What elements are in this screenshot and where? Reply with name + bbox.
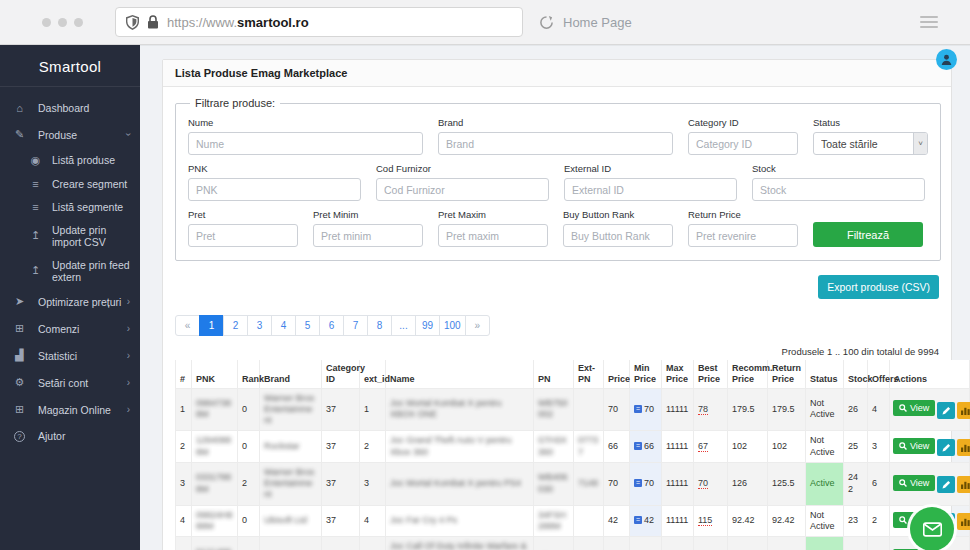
sidebar-item-optimizare-pre-uri[interactable]: ➤Optimizare prețuri› <box>0 288 140 315</box>
view-button[interactable]: View <box>893 475 935 491</box>
column-header-stock[interactable]: Stock <box>844 360 868 388</box>
return-price-input[interactable] <box>688 224 798 247</box>
column-header-rank[interactable]: Rank <box>238 360 260 388</box>
category-id-input[interactable] <box>688 132 798 155</box>
column-header-return-price[interactable]: Return Price <box>768 360 806 388</box>
view-button[interactable]: View <box>893 438 935 454</box>
column-header-actions[interactable]: Actions <box>890 360 970 388</box>
address-bar[interactable]: https://www.smartool.ro <box>115 7 523 37</box>
status-select[interactable]: Toate stările <box>813 132 928 155</box>
menu-icon[interactable] <box>920 16 938 28</box>
page-100[interactable]: 100 <box>439 315 466 336</box>
column-header-pnk[interactable]: PNK <box>192 360 238 388</box>
chart-icon[interactable] <box>957 439 970 456</box>
column-header-min-price[interactable]: Min Price <box>630 360 662 388</box>
cell-min-price: =70 <box>630 462 662 505</box>
redacted-text: Ubisoft Ltd <box>264 515 307 525</box>
edit-min-price-icon[interactable]: = <box>634 516 642 524</box>
brand[interactable]: Smartool <box>0 45 140 87</box>
best-price-link[interactable]: 115 <box>698 515 712 526</box>
sidebar-item-creare-segment[interactable]: ≡Creare segment <box>0 172 140 195</box>
pnk-input[interactable] <box>188 178 361 201</box>
cell-stock: 242 <box>844 462 868 505</box>
best-price-link[interactable]: 70 <box>698 478 708 489</box>
page-prev[interactable]: « <box>175 315 200 336</box>
column-header-category-id[interactable]: Category ID <box>322 360 360 388</box>
column-header-pn[interactable]: PN <box>534 360 574 388</box>
buy-button-rank-input[interactable] <box>563 224 673 247</box>
cell-stock: 25 <box>844 431 868 463</box>
home-page-label[interactable]: Home Page <box>563 15 632 30</box>
pret-input[interactable] <box>188 224 298 247</box>
cell-best-price: 70 <box>694 462 728 505</box>
sidebar-item-list-produse[interactable]: ◉Listă produse <box>0 148 140 172</box>
cell-best-price: 50 <box>694 537 728 550</box>
brand-input[interactable] <box>438 132 673 155</box>
sidebar-item-produse[interactable]: ✎Produse› <box>0 121 140 148</box>
page-99[interactable]: 99 <box>415 315 440 336</box>
chart-icon[interactable] <box>957 402 970 419</box>
refresh-icon[interactable] <box>539 15 554 30</box>
column-header-name[interactable]: Name <box>386 360 534 388</box>
sidebar-item-update-prin-feed-extern[interactable]: ↥Update prin feed extern <box>0 253 140 288</box>
column-header-[interactable]: # <box>176 360 192 388</box>
chevron-right-icon: › <box>127 350 130 361</box>
edit-min-price-icon[interactable]: = <box>634 405 642 413</box>
nume-input[interactable] <box>188 132 423 155</box>
edit-icon[interactable] <box>937 439 955 456</box>
edit-icon[interactable] <box>937 476 955 493</box>
filter-button[interactable]: Filtrează <box>813 222 923 247</box>
sidebar-item-update-prin-import-csv[interactable]: ↥Update prin import CSV <box>0 218 140 253</box>
list-icon: ≡ <box>28 201 43 213</box>
chart-icon[interactable] <box>957 513 970 530</box>
cart-icon: ⊞ <box>12 322 27 335</box>
sidebar-item-ajutor[interactable]: ?Ajutor <box>0 423 140 449</box>
stock-input[interactable] <box>752 178 925 201</box>
export-csv-button[interactable]: Export produse (CSV) <box>818 275 939 299</box>
redacted-text: 09847388M <box>196 398 231 419</box>
pret-minim-input[interactable] <box>313 224 423 247</box>
redacted-text: Joc Far Cry 4 Ps <box>390 515 457 525</box>
edit-min-price-icon[interactable]: = <box>634 442 642 450</box>
page-2[interactable]: 2 <box>223 315 248 336</box>
sidebar-item-dashboard[interactable]: ⌂Dashboard <box>0 95 140 121</box>
column-header-best-price[interactable]: Best Price <box>694 360 728 388</box>
user-avatar[interactable] <box>936 49 957 70</box>
cod-furnizor-input[interactable] <box>376 178 549 201</box>
page-6[interactable]: 6 <box>319 315 344 336</box>
redacted-text: Joc Grand Theft Auto V pentru Xbox 360 <box>390 435 511 456</box>
chart-icon[interactable] <box>957 476 970 493</box>
chat-button[interactable] <box>910 507 954 550</box>
cell-rank: 0 <box>238 388 260 431</box>
best-price-link[interactable]: 67 <box>698 441 708 452</box>
page-8[interactable]: 8 <box>367 315 392 336</box>
sidebar-item-comenzi[interactable]: ⊞Comenzi› <box>0 315 140 342</box>
column-header-max-price[interactable]: Max Price <box>662 360 694 388</box>
column-header-recomm-price[interactable]: Recomm. Price <box>728 360 768 388</box>
edit-min-price-icon[interactable]: = <box>634 479 642 487</box>
sidebar-item-statistici[interactable]: ▟Statistici› <box>0 342 140 369</box>
best-price-link[interactable]: 78 <box>698 404 708 415</box>
edit-icon[interactable] <box>937 402 955 419</box>
cell-rank: 0 <box>238 431 260 463</box>
chevron-down-icon: › <box>123 133 134 136</box>
external-id-input[interactable] <box>564 178 737 201</box>
sidebar-item-list-segmente[interactable]: ≡Listă segmente <box>0 195 140 218</box>
page-7[interactable]: 7 <box>343 315 368 336</box>
column-header-status[interactable]: Status <box>806 360 844 388</box>
cell-brand: Ubisoft Ltd <box>260 505 322 537</box>
view-button[interactable]: View <box>893 400 935 416</box>
column-header-brand[interactable]: Brand <box>260 360 322 388</box>
page-3[interactable]: 3 <box>247 315 272 336</box>
page-[interactable]: ... <box>391 315 416 336</box>
page-1[interactable]: 1 <box>199 315 224 336</box>
pret-maxim-input[interactable] <box>438 224 548 247</box>
page-next[interactable]: » <box>465 315 490 336</box>
column-header-ext-pn[interactable]: Ext-PN <box>574 360 604 388</box>
page-4[interactable]: 4 <box>271 315 296 336</box>
sidebar-item-magazin-online[interactable]: ⊞Magazin Online› <box>0 396 140 423</box>
sidebar-item-set-ri-cont[interactable]: ⚙Setări cont› <box>0 369 140 396</box>
page-5[interactable]: 5 <box>295 315 320 336</box>
chevron-right-icon: › <box>127 323 130 334</box>
column-header-price[interactable]: Price <box>604 360 630 388</box>
